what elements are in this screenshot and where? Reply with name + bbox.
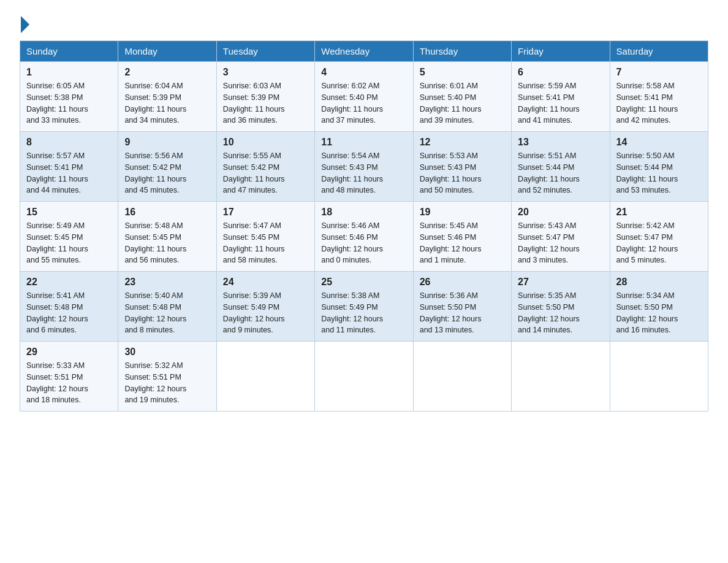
day-number: 21 bbox=[616, 207, 702, 218]
calendar-cell: 8 Sunrise: 5:57 AMSunset: 5:41 PMDayligh… bbox=[20, 132, 118, 202]
header-monday: Monday bbox=[118, 41, 216, 62]
day-info: Sunrise: 5:53 AMSunset: 5:43 PMDaylight:… bbox=[420, 150, 505, 196]
day-number: 1 bbox=[26, 67, 112, 78]
logo-arrow-icon bbox=[21, 16, 29, 33]
calendar-cell: 5 Sunrise: 6:01 AMSunset: 5:40 PMDayligh… bbox=[413, 62, 511, 132]
day-info: Sunrise: 5:38 AMSunset: 5:49 PMDaylight:… bbox=[321, 290, 406, 336]
day-info: Sunrise: 6:03 AMSunset: 5:39 PMDaylight:… bbox=[223, 80, 308, 126]
day-number: 26 bbox=[420, 277, 505, 288]
calendar-cell: 13 Sunrise: 5:51 AMSunset: 5:44 PMDaylig… bbox=[512, 132, 610, 202]
calendar-cell: 24 Sunrise: 5:39 AMSunset: 5:49 PMDaylig… bbox=[216, 272, 314, 342]
day-info: Sunrise: 5:55 AMSunset: 5:42 PMDaylight:… bbox=[223, 150, 308, 196]
calendar-cell: 14 Sunrise: 5:50 AMSunset: 5:44 PMDaylig… bbox=[610, 132, 708, 202]
calendar-week-row: 15 Sunrise: 5:49 AMSunset: 5:45 PMDaylig… bbox=[20, 202, 708, 272]
calendar-cell: 27 Sunrise: 5:35 AMSunset: 5:50 PMDaylig… bbox=[512, 272, 610, 342]
day-number: 20 bbox=[518, 207, 603, 218]
day-number: 14 bbox=[616, 137, 702, 148]
day-info: Sunrise: 5:36 AMSunset: 5:50 PMDaylight:… bbox=[420, 290, 505, 336]
day-number: 27 bbox=[518, 277, 603, 288]
calendar-cell: 12 Sunrise: 5:53 AMSunset: 5:43 PMDaylig… bbox=[413, 132, 511, 202]
calendar-cell: 28 Sunrise: 5:34 AMSunset: 5:50 PMDaylig… bbox=[610, 272, 708, 342]
header-saturday: Saturday bbox=[610, 41, 708, 62]
calendar-cell: 22 Sunrise: 5:41 AMSunset: 5:48 PMDaylig… bbox=[20, 272, 118, 342]
day-info: Sunrise: 5:43 AMSunset: 5:47 PMDaylight:… bbox=[518, 220, 603, 266]
header-tuesday: Tuesday bbox=[216, 41, 314, 62]
calendar-cell: 25 Sunrise: 5:38 AMSunset: 5:49 PMDaylig… bbox=[315, 272, 413, 342]
day-number: 18 bbox=[321, 207, 406, 218]
day-number: 10 bbox=[223, 137, 308, 148]
day-number: 7 bbox=[616, 67, 702, 78]
day-info: Sunrise: 5:45 AMSunset: 5:46 PMDaylight:… bbox=[420, 220, 505, 266]
day-info: Sunrise: 5:56 AMSunset: 5:42 PMDaylight:… bbox=[124, 150, 210, 196]
day-info: Sunrise: 5:47 AMSunset: 5:45 PMDaylight:… bbox=[223, 220, 308, 266]
calendar-cell: 6 Sunrise: 5:59 AMSunset: 5:41 PMDayligh… bbox=[512, 62, 610, 132]
day-info: Sunrise: 5:40 AMSunset: 5:48 PMDaylight:… bbox=[124, 290, 210, 336]
day-number: 4 bbox=[321, 67, 406, 78]
day-info: Sunrise: 5:32 AMSunset: 5:51 PMDaylight:… bbox=[124, 360, 210, 406]
calendar-cell: 18 Sunrise: 5:46 AMSunset: 5:46 PMDaylig… bbox=[315, 202, 413, 272]
day-info: Sunrise: 5:59 AMSunset: 5:41 PMDaylight:… bbox=[518, 80, 603, 126]
calendar-cell: 16 Sunrise: 5:48 AMSunset: 5:45 PMDaylig… bbox=[118, 202, 216, 272]
calendar-table: SundayMondayTuesdayWednesdayThursdayFrid… bbox=[20, 40, 708, 412]
day-number: 3 bbox=[223, 67, 308, 78]
day-info: Sunrise: 5:39 AMSunset: 5:49 PMDaylight:… bbox=[223, 290, 308, 336]
calendar-week-row: 1 Sunrise: 6:05 AMSunset: 5:38 PMDayligh… bbox=[20, 62, 708, 132]
day-info: Sunrise: 5:35 AMSunset: 5:50 PMDaylight:… bbox=[518, 290, 603, 336]
day-info: Sunrise: 5:57 AMSunset: 5:41 PMDaylight:… bbox=[26, 150, 112, 196]
day-number: 11 bbox=[321, 137, 406, 148]
day-number: 12 bbox=[420, 137, 505, 148]
calendar-cell: 1 Sunrise: 6:05 AMSunset: 5:38 PMDayligh… bbox=[20, 62, 118, 132]
calendar-cell: 4 Sunrise: 6:02 AMSunset: 5:40 PMDayligh… bbox=[315, 62, 413, 132]
day-number: 22 bbox=[26, 277, 112, 288]
header-wednesday: Wednesday bbox=[315, 41, 413, 62]
calendar-week-row: 8 Sunrise: 5:57 AMSunset: 5:41 PMDayligh… bbox=[20, 132, 708, 202]
day-info: Sunrise: 5:54 AMSunset: 5:43 PMDaylight:… bbox=[321, 150, 406, 196]
calendar-cell: 26 Sunrise: 5:36 AMSunset: 5:50 PMDaylig… bbox=[413, 272, 511, 342]
day-info: Sunrise: 5:49 AMSunset: 5:45 PMDaylight:… bbox=[26, 220, 112, 266]
day-number: 5 bbox=[420, 67, 505, 78]
day-number: 24 bbox=[223, 277, 308, 288]
day-info: Sunrise: 5:50 AMSunset: 5:44 PMDaylight:… bbox=[616, 150, 702, 196]
calendar-cell: 21 Sunrise: 5:42 AMSunset: 5:47 PMDaylig… bbox=[610, 202, 708, 272]
day-number: 2 bbox=[124, 67, 210, 78]
day-info: Sunrise: 5:41 AMSunset: 5:48 PMDaylight:… bbox=[26, 290, 112, 336]
calendar-cell: 3 Sunrise: 6:03 AMSunset: 5:39 PMDayligh… bbox=[216, 62, 314, 132]
calendar-cell: 17 Sunrise: 5:47 AMSunset: 5:45 PMDaylig… bbox=[216, 202, 314, 272]
calendar-week-row: 22 Sunrise: 5:41 AMSunset: 5:48 PMDaylig… bbox=[20, 272, 708, 342]
day-info: Sunrise: 6:01 AMSunset: 5:40 PMDaylight:… bbox=[420, 80, 505, 126]
calendar-cell bbox=[216, 342, 314, 412]
calendar-cell: 29 Sunrise: 5:33 AMSunset: 5:51 PMDaylig… bbox=[20, 342, 118, 412]
day-number: 9 bbox=[124, 137, 210, 148]
calendar-cell: 15 Sunrise: 5:49 AMSunset: 5:45 PMDaylig… bbox=[20, 202, 118, 272]
calendar-cell: 7 Sunrise: 5:58 AMSunset: 5:41 PMDayligh… bbox=[610, 62, 708, 132]
calendar-cell: 9 Sunrise: 5:56 AMSunset: 5:42 PMDayligh… bbox=[118, 132, 216, 202]
calendar-cell bbox=[413, 342, 511, 412]
day-number: 30 bbox=[124, 347, 210, 358]
day-number: 28 bbox=[616, 277, 702, 288]
calendar-cell: 23 Sunrise: 5:40 AMSunset: 5:48 PMDaylig… bbox=[118, 272, 216, 342]
day-number: 15 bbox=[26, 207, 112, 218]
calendar-cell: 19 Sunrise: 5:45 AMSunset: 5:46 PMDaylig… bbox=[413, 202, 511, 272]
logo bbox=[20, 15, 29, 31]
day-number: 23 bbox=[124, 277, 210, 288]
day-number: 29 bbox=[26, 347, 112, 358]
day-number: 19 bbox=[420, 207, 505, 218]
day-number: 8 bbox=[26, 137, 112, 148]
calendar-cell bbox=[610, 342, 708, 412]
day-info: Sunrise: 5:58 AMSunset: 5:41 PMDaylight:… bbox=[616, 80, 702, 126]
calendar-cell: 30 Sunrise: 5:32 AMSunset: 5:51 PMDaylig… bbox=[118, 342, 216, 412]
calendar-cell: 20 Sunrise: 5:43 AMSunset: 5:47 PMDaylig… bbox=[512, 202, 610, 272]
day-number: 17 bbox=[223, 207, 308, 218]
day-info: Sunrise: 5:46 AMSunset: 5:46 PMDaylight:… bbox=[321, 220, 406, 266]
day-info: Sunrise: 5:51 AMSunset: 5:44 PMDaylight:… bbox=[518, 150, 603, 196]
calendar-cell: 2 Sunrise: 6:04 AMSunset: 5:39 PMDayligh… bbox=[118, 62, 216, 132]
day-number: 25 bbox=[321, 277, 406, 288]
page-header bbox=[20, 15, 708, 31]
day-info: Sunrise: 6:02 AMSunset: 5:40 PMDaylight:… bbox=[321, 80, 406, 126]
day-info: Sunrise: 6:04 AMSunset: 5:39 PMDaylight:… bbox=[124, 80, 210, 126]
day-info: Sunrise: 5:33 AMSunset: 5:51 PMDaylight:… bbox=[26, 360, 112, 406]
calendar-week-row: 29 Sunrise: 5:33 AMSunset: 5:51 PMDaylig… bbox=[20, 342, 708, 412]
header-thursday: Thursday bbox=[413, 41, 511, 62]
calendar-cell bbox=[315, 342, 413, 412]
header-sunday: Sunday bbox=[20, 41, 118, 62]
